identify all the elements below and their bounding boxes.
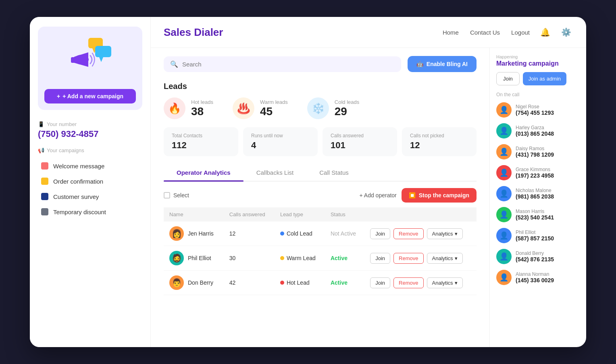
analytics-operator-button[interactable]: Analytics ▾ (427, 253, 463, 264)
join-operator-button[interactable]: Join (370, 253, 390, 264)
hot-leads-count: 38 (191, 105, 213, 118)
operator-name-cell: 🧔 Phil Elliot (164, 246, 224, 271)
join-button[interactable]: Join (496, 72, 520, 85)
nav-home[interactable]: Home (443, 29, 459, 36)
join-operator-button[interactable]: Join (370, 277, 390, 288)
on-call-label: On the call (496, 92, 580, 97)
stop-icon: ⏹️ (409, 192, 416, 199)
warm-lead-icon: ♨️ (233, 97, 254, 119)
operator-name-cell: 👨 Don Berry (164, 271, 224, 295)
sidebar-campaign-item[interactable]: Order confirmation (38, 174, 142, 189)
cold-leads-card: ❄️ Cold leads 29 (307, 97, 359, 119)
user-phone-number: (750) 932-4857 (38, 129, 142, 139)
add-campaign-button[interactable]: + + Add a new campaign (44, 89, 136, 103)
search-icon: 🔍 (170, 60, 178, 68)
sidebar-campaign-item[interactable]: Customer survey (38, 189, 142, 204)
operator-name-cell: 👩 Jen Harris (164, 221, 224, 246)
join-admin-button[interactable]: Join as admin (523, 72, 566, 85)
table-body: 👩 Jen Harris 12Cold LeadNot Active Join … (164, 221, 477, 295)
nav-links: Home Contact Us Logout (443, 29, 530, 36)
table-row: 👨 Don Berry 42Hot LeadActive Join Remove… (164, 271, 477, 295)
tabs-row: Operator AnalyticsCallbacks ListCall Sta… (164, 164, 477, 182)
table-head: NameCalls answeredLead typeStatus (164, 207, 477, 221)
caller-item: 👤 Donald Berry (542) 876 2135 (496, 249, 580, 264)
search-row: 🔍 🤖 Enable Bling AI (164, 56, 477, 72)
stat-card: Runs until now4 (243, 127, 318, 156)
caller-item: 👤 Nicholas Malone (981) 865 2038 (496, 186, 580, 201)
svg-marker-3 (99, 57, 103, 62)
table-row: 🧔 Phil Elliot 30Warm LeadActive Join Rem… (164, 246, 477, 271)
select-all-checkbox[interactable] (164, 192, 170, 199)
caller-item: 👤 Phil Elliot (587) 857 2150 (496, 228, 580, 243)
caller-item: 👤 Alanna Norman (145) 336 0029 (496, 270, 580, 285)
calls-answered-cell: 42 (224, 271, 275, 295)
notification-button[interactable]: 🔔 (538, 25, 552, 39)
svg-rect-2 (95, 46, 111, 57)
hot-leads-label: Hot leads (191, 99, 213, 105)
center-panel: 🔍 🤖 Enable Bling AI Leads 🔥 (151, 48, 489, 347)
enable-ai-button[interactable]: 🤖 Enable Bling AI (408, 56, 477, 72)
row-actions-cell: Join Remove Analytics ▾ (364, 221, 477, 246)
svg-rect-6 (71, 57, 76, 63)
status-cell: Active (325, 271, 364, 295)
row-actions-cell: Join Remove Analytics ▾ (364, 271, 477, 295)
caller-item: 👤 Daisy Ramos (431) 798 1209 (496, 144, 580, 159)
tab-operator-analytics[interactable]: Operator Analytics (164, 164, 243, 181)
warm-leads-label: Warm leads (260, 99, 288, 105)
join-operator-button[interactable]: Join (370, 228, 390, 239)
row-actions-cell: Join Remove Analytics ▾ (364, 246, 477, 271)
remove-operator-button[interactable]: Remove (393, 253, 423, 264)
caller-item: 👤 Harley Garza (013) 865 2048 (496, 123, 580, 139)
table-column-header: Calls answered (224, 207, 275, 221)
main-content: Sales Dialer Home Contact Us Logout 🔔 ⚙️… (151, 17, 586, 347)
phone-icon: 📱 (38, 121, 44, 127)
stats-row: Total Contacts112Runs until now4Calls an… (164, 127, 477, 156)
app-title: Sales Dialer (164, 26, 443, 39)
warm-leads-count: 45 (260, 105, 288, 118)
nav-logout[interactable]: Logout (511, 29, 530, 36)
analytics-operator-button[interactable]: Analytics ▾ (427, 228, 463, 239)
status-cell: Active (325, 246, 364, 271)
table-row: 👩 Jen Harris 12Cold LeadNot Active Join … (164, 221, 477, 246)
caller-item: 👤 Mason Harris (523) 540 2541 (496, 207, 580, 222)
marketing-campaign-title: Marketing campaign (496, 60, 580, 67)
tab-call-status[interactable]: Call Status (306, 164, 362, 181)
megaphone-icon: 📢 (38, 147, 44, 153)
tab-callbacks-list[interactable]: Callbacks List (243, 164, 307, 181)
stop-campaign-button[interactable]: ⏹️ Stop the campaign (402, 188, 477, 203)
campaign-illustration (66, 35, 114, 84)
lead-type-cell: Cold Lead (275, 221, 325, 246)
sidebar-campaign-item[interactable]: Welcome message (38, 158, 142, 174)
analytics-operator-button[interactable]: Analytics ▾ (427, 277, 463, 288)
your-number-section: 📱 Your number (750) 932-4857 (38, 121, 142, 139)
search-input[interactable] (182, 61, 395, 68)
plus-icon: + (57, 93, 60, 99)
right-panel: Happening Marketing campaign Join Join a… (489, 48, 586, 347)
remove-operator-button[interactable]: Remove (393, 228, 423, 239)
calls-answered-cell: 12 (224, 221, 275, 246)
hot-leads-card: 🔥 Hot leads 38 (164, 97, 213, 119)
campaigns-list: Welcome message Order confirmation Custo… (38, 158, 142, 219)
sidebar-campaign-item[interactable]: Temporary discount (38, 204, 142, 219)
table-column-header: Name (164, 207, 224, 221)
table-column-header: Lead type (275, 207, 325, 221)
remove-operator-button[interactable]: Remove (393, 277, 423, 288)
join-buttons: Join Join as admin (496, 72, 580, 85)
leads-title: Leads (164, 82, 477, 91)
add-operator-button[interactable]: + Add operator (360, 192, 397, 199)
caller-item: 👤 Grace Kimmons (197) 223 4958 (496, 165, 580, 180)
header-icons: 🔔 ⚙️ (538, 25, 573, 39)
nav-contact-us[interactable]: Contact Us (470, 29, 500, 36)
cold-lead-icon: ❄️ (307, 97, 329, 119)
header: Sales Dialer Home Contact Us Logout 🔔 ⚙️ (151, 17, 586, 48)
campaign-banner: + + Add a new campaign (38, 27, 142, 110)
ai-icon: 🤖 (416, 61, 423, 67)
happening-label: Happening (496, 54, 580, 59)
settings-button[interactable]: ⚙️ (559, 25, 573, 39)
table-column-header: Status (325, 207, 364, 221)
svg-marker-5 (74, 52, 88, 67)
status-cell: Not Active (325, 221, 364, 246)
cold-leads-label: Cold leads (335, 99, 359, 105)
stat-card: Calls not picked12 (402, 127, 477, 156)
warm-leads-card: ♨️ Warm leads 45 (233, 97, 288, 119)
